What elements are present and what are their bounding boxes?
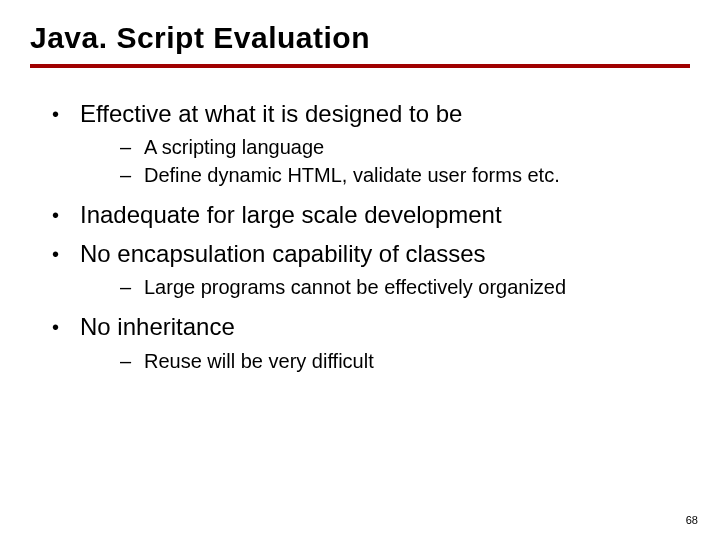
sub-bullet-item: – A scripting language [120,134,690,161]
sub-bullet-group: – A scripting language – Define dynamic … [120,134,690,189]
sub-bullet-item: – Define dynamic HTML, validate user for… [120,162,690,189]
title-underline [30,64,690,68]
sub-bullet-group: – Reuse will be very difficult [120,348,690,375]
bullet-text: Inadequate for large scale development [80,199,690,231]
bullet-item: • Inadequate for large scale development [52,199,690,231]
page-number: 68 [686,514,698,526]
dash-icon: – [120,134,144,161]
bullet-text: No inheritance [80,311,690,343]
bullet-text: Effective at what it is designed to be [80,98,690,130]
dash-icon: – [120,162,144,189]
sub-bullet-group: – Large programs cannot be effectively o… [120,274,690,301]
sub-bullet-text: Reuse will be very difficult [144,348,690,375]
sub-bullet-item: – Large programs cannot be effectively o… [120,274,690,301]
bullet-icon: • [52,199,80,231]
dash-icon: – [120,274,144,301]
bullet-icon: • [52,311,80,343]
bullet-icon: • [52,238,80,270]
slide-title: Java. Script Evaluation [30,20,690,56]
bullet-icon: • [52,98,80,130]
bullet-item: • Effective at what it is designed to be [52,98,690,130]
bullet-item: • No encapsulation capability of classes [52,238,690,270]
bullet-text: No encapsulation capability of classes [80,238,690,270]
slide-body: • Effective at what it is designed to be… [30,98,690,375]
slide: Java. Script Evaluation • Effective at w… [0,0,720,540]
bullet-item: • No inheritance [52,311,690,343]
sub-bullet-text: Define dynamic HTML, validate user forms… [144,162,690,189]
sub-bullet-item: – Reuse will be very difficult [120,348,690,375]
sub-bullet-text: A scripting language [144,134,690,161]
sub-bullet-text: Large programs cannot be effectively org… [144,274,690,301]
dash-icon: – [120,348,144,375]
